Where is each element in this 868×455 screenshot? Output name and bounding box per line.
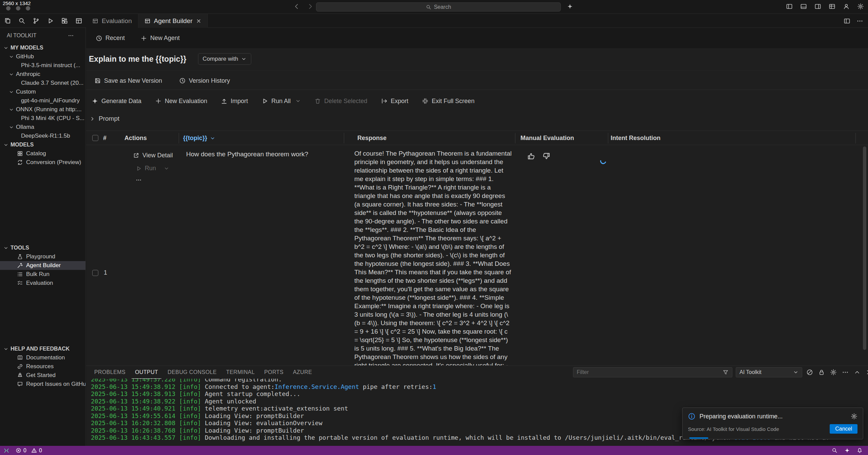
compare-with-button[interactable]: Compare with xyxy=(198,53,252,65)
filter-funnel-icon[interactable] xyxy=(723,369,729,375)
new-agent-button[interactable]: New Agent xyxy=(140,35,180,42)
zoom-status-icon[interactable] xyxy=(832,448,837,453)
sidebar-item-phi-3-5-mini-instruct[interactable]: Phi-3.5-mini instruct (... xyxy=(0,61,85,70)
back-icon[interactable] xyxy=(293,3,300,10)
generate-data-button[interactable]: Generate Data xyxy=(92,98,141,105)
thumbs-down-icon[interactable] xyxy=(542,152,551,160)
source-control-icon[interactable] xyxy=(33,17,40,24)
sidebar-item-catalog[interactable]: Catalog xyxy=(0,149,85,158)
section-my-models[interactable]: MY MODELS xyxy=(0,43,85,52)
toggle-panel-icon[interactable] xyxy=(800,3,807,10)
account-icon[interactable] xyxy=(843,3,850,10)
search-icon[interactable] xyxy=(18,17,25,24)
section-help-and-feedback[interactable]: HELP AND FEEDBACK xyxy=(0,344,85,353)
delete-selected-button[interactable]: Delete Selected xyxy=(314,98,367,105)
sidebar-item-github[interactable]: GitHub xyxy=(0,52,85,61)
more-icon[interactable] xyxy=(842,369,849,376)
clear-output-icon[interactable] xyxy=(806,369,813,376)
sidebar-item-report-issues-on-github[interactable]: Report Issues on GitHub xyxy=(0,380,85,389)
customize-layout-icon[interactable] xyxy=(829,3,835,10)
extensions-icon[interactable] xyxy=(61,17,68,24)
sidebar-item-bulk-run[interactable]: Bulk Run xyxy=(0,270,85,279)
settings-gear-icon[interactable] xyxy=(857,3,864,10)
sidebar-item-conversion-preview[interactable]: Conversion (Preview) xyxy=(0,158,85,167)
sidebar-item-evaluation[interactable]: Evaluation xyxy=(0,279,85,288)
forward-icon[interactable] xyxy=(307,3,314,10)
notifications-bell-icon[interactable] xyxy=(857,448,863,453)
sidebar-item-resources[interactable]: Resources xyxy=(0,362,85,371)
run-debug-icon[interactable] xyxy=(47,17,54,24)
sidebar-item-label: ONNX (Running at http:... xyxy=(16,106,82,113)
zoom-window-button[interactable] xyxy=(26,6,30,11)
panel-tabs: PROBLEMSOUTPUTDEBUG CONSOLETERMINALPORTS… xyxy=(91,366,315,379)
editor-layout-icon[interactable] xyxy=(75,17,82,24)
close-panel-icon[interactable] xyxy=(866,369,868,376)
sidebar-item-agent-builder[interactable]: Agent Builder xyxy=(0,261,85,270)
tab-agent-builder[interactable]: Agent Builder xyxy=(138,14,208,28)
files-icon[interactable] xyxy=(4,17,11,24)
sidebar-item-get-started[interactable]: Get Started xyxy=(0,371,85,380)
filter-input[interactable] xyxy=(577,369,720,375)
lock-scroll-icon[interactable] xyxy=(818,369,825,376)
sidebar-item-deepseek-r1-1-5b[interactable]: DeepSeek-R1:1.5b xyxy=(0,132,85,140)
toggle-sidebar-icon[interactable] xyxy=(786,3,793,10)
more-actions-icon[interactable] xyxy=(856,18,863,24)
vertical-scrollbar[interactable] xyxy=(863,146,866,350)
search-box[interactable]: Search xyxy=(316,2,561,12)
tab-evaluation[interactable]: Evaluation xyxy=(86,14,138,28)
new-evaluation-button[interactable]: New Evaluation xyxy=(155,98,207,105)
sidebar-item-claude-3-7-sonnet-20[interactable]: Claude 3.7 Sonnet (20... xyxy=(0,79,85,87)
log-segment: Downloading and installing the portable … xyxy=(205,434,734,441)
panel-tab-problems[interactable]: PROBLEMS xyxy=(91,366,129,379)
row-run-button[interactable]: Run xyxy=(136,165,169,172)
exit-full-screen-button[interactable]: Exit Full Screen xyxy=(422,98,474,105)
problems-status[interactable]: 0 0 xyxy=(13,446,47,455)
recent-button[interactable]: Recent xyxy=(96,35,125,42)
export-button[interactable]: Export xyxy=(381,98,408,105)
panel-tab-terminal[interactable]: TERMINAL xyxy=(223,366,258,379)
section-tools[interactable]: TOOLS xyxy=(0,243,85,252)
version-history-button[interactable]: Version History xyxy=(179,77,230,84)
table-header: #Actions{{topic}}ResponseManual Evaluati… xyxy=(86,131,868,145)
sidebar-item-onnx-running-at-http[interactable]: ONNX (Running at http:... xyxy=(0,105,85,114)
toggle-secondary-sidebar-icon[interactable] xyxy=(814,3,821,10)
run-all-dropdown-icon[interactable] xyxy=(295,98,301,104)
panel-tab-debug-console[interactable]: DEBUG CONSOLE xyxy=(164,366,220,379)
panel-tab-azure[interactable]: AZURE xyxy=(290,366,315,379)
sidebar-item-phi-3-mini-4k-cpu-s[interactable]: Phi 3 Mini 4K (CPU - S... xyxy=(0,114,85,123)
select-all-checkbox[interactable] xyxy=(92,135,98,141)
sidebar-item-documentation[interactable]: Documentation xyxy=(0,353,85,362)
prompt-section-toggle[interactable]: Prompt xyxy=(90,112,119,125)
settings-gear-icon[interactable] xyxy=(830,369,837,376)
sidebar-item-label: GitHub xyxy=(16,53,34,60)
row-more-button[interactable] xyxy=(136,177,142,183)
close-panel-icon[interactable] xyxy=(196,18,201,24)
column-header-topic[interactable]: {{topic}} xyxy=(183,131,215,145)
copilot-status-icon[interactable] xyxy=(844,448,850,453)
output-channel-select[interactable]: AI Toolkit xyxy=(736,367,802,377)
sidebar-item-custom[interactable]: Custom xyxy=(0,87,85,96)
minimize-window-button[interactable] xyxy=(16,6,20,11)
save-as-new-version-button[interactable]: Save as New Version xyxy=(94,77,162,84)
section-models[interactable]: MODELS xyxy=(0,140,85,149)
sidebar-item-playground[interactable]: Playground xyxy=(0,252,85,261)
sidebar-more-icon[interactable] xyxy=(68,33,74,39)
sidebar-item-anthropic[interactable]: Anthropic xyxy=(0,70,85,79)
thumbs-up-icon[interactable] xyxy=(527,152,535,160)
sidebar-item-ollama[interactable]: Ollama xyxy=(0,123,85,132)
sidebar-item-gpt-4o-mini-aifoundry[interactable]: gpt-4o-mini_AIFoundry xyxy=(0,96,85,105)
maximize-panel-icon[interactable] xyxy=(854,369,861,376)
cancel-button[interactable]: Cancel xyxy=(830,424,857,434)
split-editor-icon[interactable] xyxy=(844,18,850,24)
close-window-button[interactable] xyxy=(6,6,11,11)
import-button[interactable]: Import xyxy=(221,98,248,105)
row-checkbox[interactable] xyxy=(92,270,98,276)
copilot-icon[interactable] xyxy=(567,3,573,9)
run-all-button[interactable]: Run All xyxy=(261,98,291,105)
notification-settings-gear-icon[interactable] xyxy=(851,413,857,420)
remote-indicator[interactable] xyxy=(0,446,13,455)
panel-tab-ports[interactable]: PORTS xyxy=(261,366,287,379)
panel-tab-output[interactable]: OUTPUT xyxy=(132,366,161,379)
column-header-: # xyxy=(103,131,106,145)
view-detail-button[interactable]: View Detail xyxy=(133,152,173,159)
